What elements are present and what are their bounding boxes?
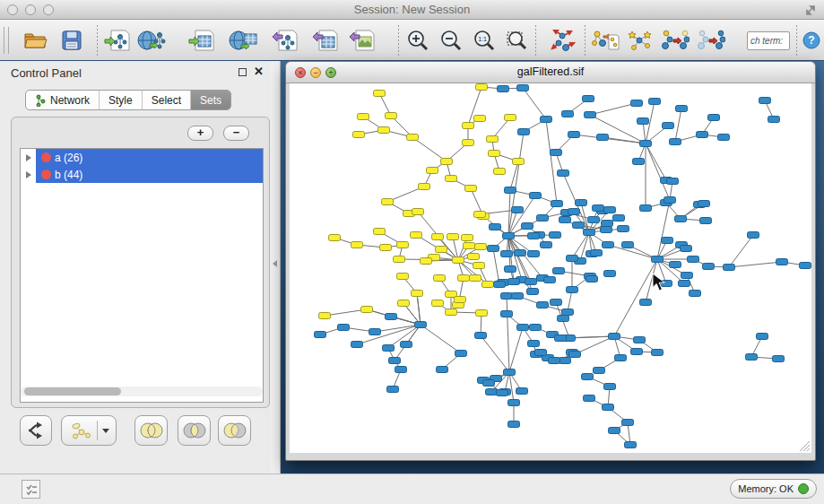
graph-node[interactable]: [555, 335, 567, 342]
graph-node[interactable]: [776, 259, 788, 265]
graph-node[interactable]: [679, 281, 690, 287]
graph-node[interactable]: [494, 169, 506, 175]
graph-node[interactable]: [441, 159, 453, 165]
graph-node[interactable]: [530, 193, 542, 199]
set-intersection-button[interactable]: [178, 415, 211, 446]
import-table-file-button[interactable]: [187, 27, 216, 54]
graph-node[interactable]: [602, 221, 613, 227]
memory-status-button[interactable]: Memory: OK: [730, 479, 817, 499]
graph-node[interactable]: [378, 127, 390, 134]
show-selected-button[interactable]: [661, 27, 690, 54]
graph-node[interactable]: [515, 250, 526, 256]
graph-node[interactable]: [537, 215, 549, 222]
graph-node[interactable]: [329, 235, 341, 241]
graph-node[interactable]: [559, 217, 571, 223]
graph-node[interactable]: [613, 215, 625, 222]
graph-node[interactable]: [436, 247, 447, 253]
graph-node[interactable]: [374, 229, 386, 235]
task-history-button[interactable]: [22, 480, 40, 499]
graph-node[interactable]: [528, 233, 540, 239]
graph-node[interactable]: [517, 85, 529, 91]
graph-node[interactable]: [698, 201, 710, 207]
graph-node[interactable]: [490, 224, 501, 230]
graph-node[interactable]: [501, 251, 513, 257]
graph-node[interactable]: [476, 84, 488, 91]
graph-node[interactable]: [394, 256, 405, 263]
graph-node[interactable]: [800, 263, 811, 269]
graph-node[interactable]: [386, 113, 397, 119]
graph-node[interactable]: [681, 246, 692, 252]
graph-node[interactable]: [551, 201, 563, 207]
graph-node[interactable]: [638, 118, 649, 125]
graph-node[interactable]: [374, 91, 386, 97]
graph-node[interactable]: [505, 187, 516, 194]
graph-node[interactable]: [488, 246, 499, 252]
panel-splitter[interactable]: [270, 61, 281, 474]
graph-node[interactable]: [690, 291, 701, 297]
graph-node[interactable]: [615, 355, 627, 361]
graph-node[interactable]: [498, 86, 509, 92]
graph-node[interactable]: [473, 263, 485, 269]
graph-node[interactable]: [688, 256, 699, 263]
graph-node[interactable]: [633, 159, 645, 165]
graph-node[interactable]: [463, 140, 474, 146]
graph-node[interactable]: [583, 96, 594, 102]
import-network-file-button[interactable]: [103, 27, 132, 54]
export-table-button[interactable]: [311, 27, 340, 54]
set-row-b[interactable]: b (44): [21, 166, 263, 183]
zoom-fit-selected-button[interactable]: [503, 27, 532, 54]
float-panel-icon[interactable]: [239, 68, 247, 76]
graph-node[interactable]: [667, 178, 679, 185]
graph-node[interactable]: [432, 300, 444, 307]
disclosure-triangle-icon[interactable]: [26, 154, 31, 161]
graph-node[interactable]: [640, 141, 652, 147]
graph-node[interactable]: [773, 356, 785, 362]
graph-node[interactable]: [622, 420, 634, 426]
graph-node[interactable]: [567, 256, 578, 262]
graph-node[interactable]: [634, 337, 646, 343]
graph-node[interactable]: [631, 100, 643, 107]
graph-node[interactable]: [551, 150, 562, 156]
graph-node[interactable]: [476, 310, 488, 317]
graph-node[interactable]: [475, 244, 487, 250]
graph-node[interactable]: [558, 316, 569, 322]
remove-set-button[interactable]: −: [223, 126, 249, 141]
graph-node[interactable]: [582, 374, 594, 380]
graph-node[interactable]: [369, 329, 381, 335]
graph-node[interactable]: [465, 186, 477, 192]
graph-node[interactable]: [681, 273, 693, 279]
graph-node[interactable]: [505, 115, 516, 121]
graph-node[interactable]: [562, 309, 574, 316]
graph-node[interactable]: [487, 136, 499, 143]
graph-node[interactable]: [604, 384, 616, 390]
import-table-web-button[interactable]: [229, 27, 257, 54]
graph-node[interactable]: [601, 227, 612, 233]
graph-node[interactable]: [604, 271, 616, 277]
horizontal-scrollbar[interactable]: [21, 387, 263, 396]
add-set-button[interactable]: +: [187, 126, 213, 141]
graph-node[interactable]: [501, 311, 513, 317]
graph-node[interactable]: [603, 404, 614, 411]
graph-node[interactable]: [535, 350, 547, 356]
graph-node[interactable]: [508, 400, 520, 406]
graph-node[interactable]: [700, 218, 712, 224]
disclosure-triangle-icon[interactable]: [26, 171, 31, 178]
graph-node[interactable]: [494, 282, 506, 288]
graph-node[interactable]: [464, 243, 475, 249]
graph-node[interactable]: [670, 262, 681, 268]
graph-node[interactable]: [421, 258, 432, 265]
graph-node[interactable]: [437, 367, 448, 373]
graph-node[interactable]: [541, 117, 552, 123]
graph-node[interactable]: [528, 341, 540, 347]
graph-node[interactable]: [513, 159, 525, 165]
graph-node[interactable]: [759, 98, 771, 104]
graph-node[interactable]: [489, 151, 500, 157]
graph-node[interactable]: [708, 115, 720, 121]
graph-node[interactable]: [584, 230, 595, 236]
graph-node[interactable]: [537, 302, 549, 308]
new-network-from-selection-button[interactable]: [591, 27, 620, 54]
graph-node[interactable]: [415, 322, 427, 328]
graph-node[interactable]: [505, 266, 516, 273]
graph-node[interactable]: [474, 212, 486, 218]
graph-node[interactable]: [525, 279, 537, 285]
